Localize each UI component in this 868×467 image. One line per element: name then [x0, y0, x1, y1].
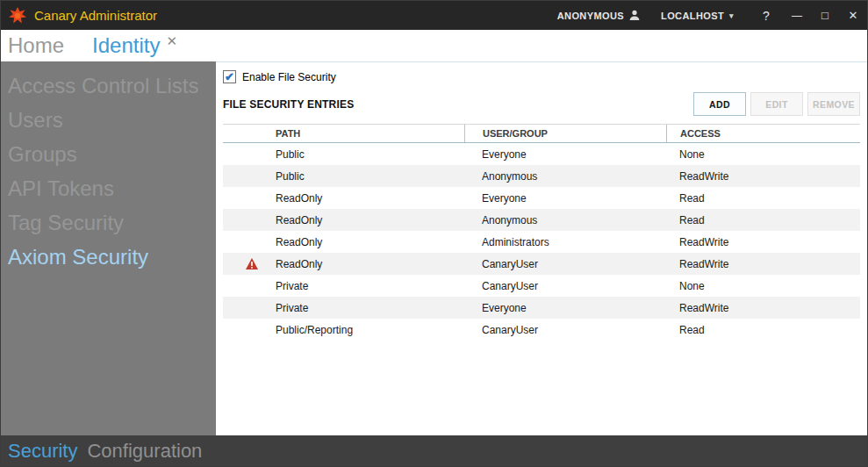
cell-access: Read: [666, 324, 860, 336]
tab-identity[interactable]: Identity: [92, 33, 160, 58]
cell-path: ReadOnly: [267, 214, 464, 226]
cell-path: Private: [267, 280, 464, 292]
cell-access: None: [666, 148, 860, 161]
sidebar-item-tag-security[interactable]: Tag Security: [1, 205, 216, 240]
chevron-down-icon: ▾: [729, 11, 734, 20]
sidebar-item-axiom-security[interactable]: Axiom Security: [1, 240, 216, 274]
checkbox-check-icon[interactable]: ✔: [223, 70, 236, 83]
cell-access: ReadWrite: [666, 258, 860, 270]
cell-path: ReadOnly: [267, 236, 464, 248]
table-row[interactable]: PublicEveryoneNone: [223, 143, 860, 165]
cell-user-group: CanaryUser: [464, 258, 666, 270]
help-button[interactable]: ?: [755, 9, 778, 23]
status-bar: Security Configuration: [1, 435, 867, 466]
cell-path: Public: [267, 170, 464, 183]
column-header-path[interactable]: PATH: [267, 125, 464, 142]
table-row[interactable]: PublicAnonymousReadWrite: [223, 165, 860, 187]
warning-icon: [223, 258, 267, 269]
cell-user-group: Everyone: [464, 302, 666, 314]
cell-user-group: Everyone: [464, 148, 666, 161]
table-row[interactable]: ReadOnlyAdministratorsReadWrite: [223, 231, 860, 253]
column-header-user-group[interactable]: USER/GROUP: [464, 125, 666, 142]
sidebar-item-users[interactable]: Users: [1, 103, 216, 137]
cell-user-group: CanaryUser: [464, 324, 666, 336]
cell-path: Private: [267, 302, 464, 314]
status-configuration: Configuration: [87, 440, 202, 463]
cell-path: Public/Reporting: [267, 324, 464, 336]
edit-button[interactable]: EDIT: [750, 92, 803, 116]
cell-access: ReadWrite: [666, 170, 860, 183]
titlebar-controls: ANONYMOUS LOCALHOST ▾ ? — □ ✕: [557, 1, 867, 30]
table-header: PATH USER/GROUP ACCESS: [223, 124, 860, 143]
cell-access: Read: [666, 192, 860, 205]
cell-access: Read: [666, 214, 860, 226]
table-row[interactable]: ReadOnlyCanaryUserReadWrite: [223, 253, 860, 275]
tab-close-icon[interactable]: ✕: [166, 33, 177, 49]
table-row[interactable]: ReadOnlyEveryoneRead: [223, 187, 860, 209]
remove-button[interactable]: REMOVE: [807, 92, 860, 116]
cell-path: Public: [267, 148, 464, 161]
sidebar-item-groups[interactable]: Groups: [1, 137, 216, 171]
host-label: LOCALHOST: [661, 11, 724, 21]
host-menu[interactable]: LOCALHOST ▾: [661, 11, 734, 21]
close-button[interactable]: ✕: [839, 1, 867, 30]
table-row[interactable]: PrivateCanaryUserNone: [223, 275, 860, 297]
app-title: Canary Administrator: [34, 8, 157, 23]
column-header-icon: [223, 125, 267, 142]
tab-bar: Home Identity ✕: [1, 30, 867, 61]
sidebar-item-access-control-lists[interactable]: Access Control Lists: [1, 68, 216, 103]
cell-user-group: Anonymous: [464, 170, 666, 183]
cell-path: ReadOnly: [267, 258, 464, 270]
add-button[interactable]: ADD: [693, 92, 746, 116]
tab-home[interactable]: Home: [8, 33, 64, 58]
table-row[interactable]: ReadOnlyAnonymousRead: [223, 209, 860, 231]
section-header: FILE SECURITY ENTRIES ADD EDIT REMOVE: [223, 92, 860, 116]
cell-access: ReadWrite: [666, 302, 860, 314]
cell-user-group: Administrators: [464, 236, 666, 248]
sidebar: Access Control Lists Users Groups API To…: [1, 61, 216, 435]
checkbox-label: Enable File Security: [242, 71, 336, 83]
user-menu[interactable]: ANONYMOUS: [557, 10, 640, 22]
enable-file-security-checkbox[interactable]: ✔ Enable File Security: [223, 70, 336, 83]
column-header-access[interactable]: ACCESS: [666, 125, 860, 142]
table-body: PublicEveryoneNonePublicAnonymousReadWri…: [223, 143, 860, 341]
cell-access: ReadWrite: [666, 236, 860, 248]
title-bar: Canary Administrator ANONYMOUS LOCALHOST…: [1, 1, 867, 30]
cell-access: None: [666, 280, 860, 292]
cell-user-group: Everyone: [464, 192, 666, 205]
canary-logo-icon: [8, 6, 27, 25]
cell-user-group: Anonymous: [464, 214, 666, 226]
cell-user-group: CanaryUser: [464, 280, 666, 292]
status-security[interactable]: Security: [8, 440, 77, 463]
maximize-button[interactable]: □: [811, 1, 839, 30]
app-window: Canary Administrator ANONYMOUS LOCALHOST…: [0, 0, 868, 467]
body: Access Control Lists Users Groups API To…: [1, 61, 867, 435]
table-row[interactable]: Public/ReportingCanaryUserRead: [223, 319, 860, 341]
table-row[interactable]: PrivateEveryoneReadWrite: [223, 297, 860, 319]
sidebar-item-api-tokens[interactable]: API Tokens: [1, 171, 216, 205]
file-security-table: PATH USER/GROUP ACCESS PublicEveryoneNon…: [223, 124, 860, 341]
main-content: ✔ Enable File Security FILE SECURITY ENT…: [216, 61, 867, 435]
section-title: FILE SECURITY ENTRIES: [223, 98, 354, 111]
table-actions: ADD EDIT REMOVE: [693, 92, 860, 116]
minimize-button[interactable]: —: [783, 1, 811, 30]
user-icon: [629, 10, 640, 22]
cell-path: ReadOnly: [267, 192, 464, 205]
user-label: ANONYMOUS: [557, 11, 624, 21]
